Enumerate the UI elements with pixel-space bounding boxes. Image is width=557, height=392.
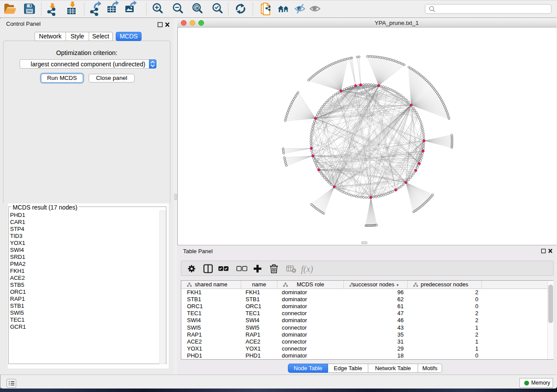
svg-text:f(x): f(x) [301, 264, 313, 274]
